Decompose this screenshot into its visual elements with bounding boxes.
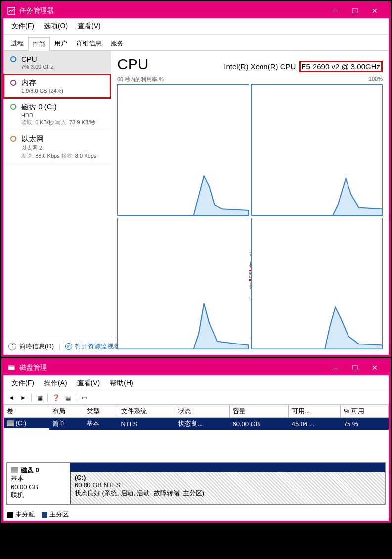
minimize-button[interactable]: ─ <box>325 7 345 15</box>
disk-menu-help[interactable]: 帮助(H) <box>105 377 138 389</box>
volume-row-c[interactable]: (C:) 简单 基本 NTFS 状态良... 60.00 GB 45.06 ..… <box>4 418 389 430</box>
cpu-icon <box>10 56 16 62</box>
partition-status: 状态良好 (系统, 启动, 活动, 故障转储, 主分区) <box>75 489 381 498</box>
partition-selection-bar <box>70 463 385 472</box>
tab-processes[interactable]: 进程 <box>6 37 28 50</box>
col-status[interactable]: 状态 <box>175 405 229 418</box>
disk-status: 联机 <box>11 491 66 500</box>
tab-bar: 进程 性能 用户 详细信息 服务 <box>3 35 389 51</box>
disk-size: 60.00 GB <box>11 483 66 491</box>
titlebar-disk[interactable]: 磁盘管理 ─ ☐ ✕ <box>3 360 389 375</box>
svg-rect-2 <box>8 366 14 367</box>
chevron-up-icon[interactable]: ˄ <box>8 343 16 350</box>
task-manager-window: 任务管理器 ─ ☐ ✕ 文件(F) 选项(O) 查看(V) 进程 性能 用户 详… <box>1 1 391 357</box>
volume-icon <box>7 420 14 426</box>
disk-toolbar: ◄ ► ▦ ❓ ▤ ▭ <box>3 391 389 405</box>
sidebar-disk-sub1: HDD <box>21 112 95 118</box>
cpu-panel: CPU Intel(R) Xeon(R) CPU E5-2690 v2 @ 3.… <box>111 51 389 338</box>
disk-info-left[interactable]: 磁盘 0 基本 60.00 GB 联机 <box>7 463 70 504</box>
disk-close-button[interactable]: ✕ <box>365 364 385 372</box>
menu-bar: 文件(F) 选项(O) 查看(V) <box>3 18 389 35</box>
legend-primary: 主分区 <box>49 511 69 518</box>
maximize-button[interactable]: ☐ <box>345 7 365 15</box>
back-button[interactable]: ◄ <box>6 393 17 403</box>
tab-details[interactable]: 详细信息 <box>72 37 106 50</box>
disk-minimize-button[interactable]: ─ <box>325 364 345 372</box>
sidebar-eth-label: 以太网 <box>21 134 96 144</box>
disk-app-icon <box>7 364 15 372</box>
legend-unallocated: 未分配 <box>15 511 35 518</box>
sidebar-item-memory[interactable]: 内存 1.9/8.0 GB (24%) <box>3 74 111 98</box>
partition-label: (C:) <box>75 474 381 481</box>
disk-legend: 未分配 主分区 <box>3 508 389 521</box>
menu-view[interactable]: 查看(V) <box>73 20 106 32</box>
toolbar-btn-2[interactable]: ❓ <box>50 393 61 403</box>
ethernet-icon <box>10 136 16 142</box>
tab-users[interactable]: 用户 <box>50 37 72 50</box>
physical-disk-icon <box>11 467 18 473</box>
memory-icon <box>10 80 16 86</box>
sidebar-eth-sub2: 发送: 88.0 Kbps 接收: 8.0 Kbps <box>21 152 96 160</box>
cpu-model: Intel(R) Xeon(R) CPU E5-2690 v2 @ 3.00GH… <box>224 62 383 71</box>
cpu-graph-1[interactable] <box>251 84 383 216</box>
col-layout[interactable]: 布局 <box>49 405 84 418</box>
disk-menu-file[interactable]: 文件(F) <box>6 377 39 389</box>
disk-management-window: 磁盘管理 ─ ☐ ✕ 文件(F) 操作(A) 查看(V) 帮助(H) ◄ ► ▦… <box>1 358 391 523</box>
window-title: 任务管理器 <box>19 6 325 15</box>
sidebar-cpu-label: CPU <box>21 55 53 63</box>
cpu-heading: CPU <box>117 56 148 73</box>
partition-info: 60.00 GB NTFS <box>75 481 381 489</box>
menu-options[interactable]: 选项(O) <box>39 20 73 32</box>
volume-table[interactable]: 卷 布局 类型 文件系统 状态 容量 可用... % 可用 (C:) 简单 基本… <box>3 405 389 430</box>
legend-swatch-unallocated <box>7 512 13 518</box>
legend-swatch-primary <box>42 512 47 518</box>
sidebar-disk-label: 磁盘 0 (C:) <box>21 102 95 112</box>
performance-sidebar: CPU 7% 3.00 GHz 内存 1.9/8.0 GB (24%) 磁盘 0… <box>3 51 111 338</box>
disk-maximize-button[interactable]: ☐ <box>345 364 365 372</box>
tab-performance[interactable]: 性能 <box>28 37 50 51</box>
disk-menu-action[interactable]: 操作(A) <box>39 377 72 389</box>
cpu-graph-0[interactable] <box>117 84 249 216</box>
col-free[interactable]: 可用... <box>289 405 341 418</box>
toolbar-btn-4[interactable]: ▭ <box>79 393 89 403</box>
disk-graphical-panel: 磁盘 0 基本 60.00 GB 联机 (C:) 60.00 GB NTFS 状… <box>6 462 386 505</box>
brief-info-link[interactable]: 简略信息(D) <box>19 342 54 351</box>
sidebar-item-ethernet[interactable]: 以太网 以太网 2 发送: 88.0 Kbps 接收: 8.0 Kbps <box>3 130 111 164</box>
partition-c[interactable]: (C:) 60.00 GB NTFS 状态良好 (系统, 启动, 活动, 故障转… <box>70 472 385 504</box>
toolbar-btn-3[interactable]: ▤ <box>62 393 73 403</box>
sidebar-item-disk[interactable]: 磁盘 0 (C:) HDD 读取: 0 KB/秒 写入: 73.9 KB/秒 <box>3 98 111 130</box>
disk-menu-bar: 文件(F) 操作(A) 查看(V) 帮助(H) <box>3 375 389 391</box>
sidebar-memory-label: 内存 <box>21 78 63 87</box>
disk-type: 基本 <box>11 474 66 483</box>
graph-label-right: 100% <box>369 76 383 83</box>
sidebar-disk-sub2: 读取: 0 KB/秒 写入: 73.9 KB/秒 <box>21 119 95 126</box>
col-type[interactable]: 类型 <box>84 405 118 418</box>
app-icon <box>7 7 15 15</box>
col-fs[interactable]: 文件系统 <box>118 405 175 418</box>
toolbar-btn-1[interactable]: ▦ <box>34 393 45 403</box>
tab-services[interactable]: 服务 <box>106 37 128 50</box>
col-volume[interactable]: 卷 <box>4 405 49 418</box>
disk-window-title: 磁盘管理 <box>19 363 325 372</box>
resource-monitor-link[interactable]: 打开资源监视器 <box>75 342 120 351</box>
resource-monitor-icon: ◴ <box>65 343 72 350</box>
disk-icon <box>10 104 16 110</box>
forward-button[interactable]: ► <box>18 393 29 403</box>
sidebar-item-cpu[interactable]: CPU 7% 3.00 GHz <box>3 51 111 74</box>
cpu-graph-2[interactable] <box>117 218 249 350</box>
disk-menu-view[interactable]: 查看(V) <box>72 377 105 389</box>
menu-file[interactable]: 文件(F) <box>6 20 39 32</box>
sidebar-eth-sub1: 以太网 2 <box>21 144 96 152</box>
graph-label-left: 60 秒内的利用率 % <box>117 76 164 83</box>
col-pctfree[interactable]: % 可用 <box>341 405 389 418</box>
col-capacity[interactable]: 容量 <box>230 405 289 418</box>
sidebar-cpu-sub: 7% 3.00 GHz <box>21 64 53 70</box>
sidebar-memory-sub: 1.9/8.0 GB (24%) <box>21 88 63 94</box>
close-button[interactable]: ✕ <box>365 7 385 15</box>
titlebar[interactable]: 任务管理器 ─ ☐ ✕ <box>3 3 389 18</box>
cpu-graph-grid <box>117 84 383 242</box>
cpu-graph-3[interactable] <box>251 218 383 350</box>
